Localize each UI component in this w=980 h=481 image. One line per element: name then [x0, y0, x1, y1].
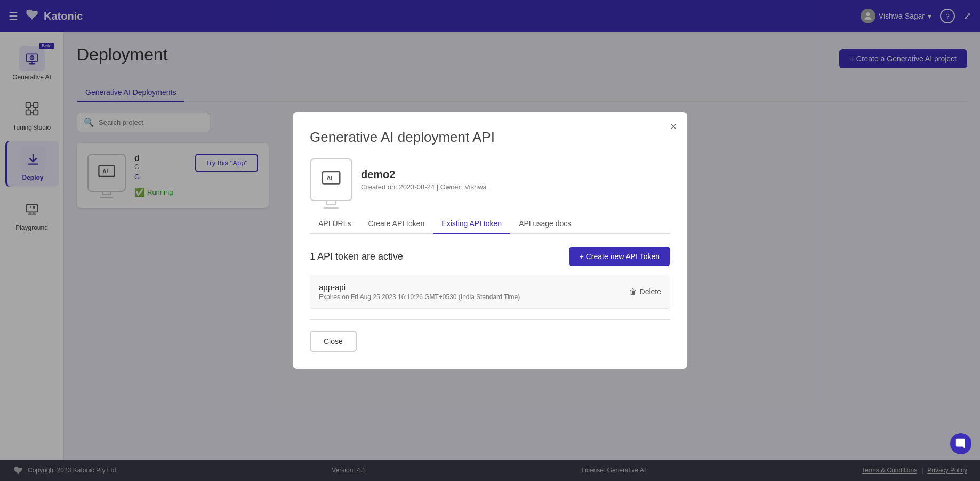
model-icon-box: AI [310, 158, 352, 201]
modal-tab-api-usage-docs[interactable]: API usage docs [510, 214, 580, 234]
modal-tab-api-urls[interactable]: API URLs [310, 214, 359, 234]
token-info: app-api Expires on Fri Aug 25 2023 16:10… [319, 283, 520, 301]
model-text-info: demo2 Created on: 2023-08-24 | Owner: Vi… [361, 169, 487, 191]
token-expires: Expires on Fri Aug 25 2023 16:10:26 GMT+… [319, 293, 520, 301]
modal-divider [310, 319, 670, 320]
chat-bubble-button[interactable] [950, 433, 971, 454]
svg-text:AI: AI [326, 175, 332, 181]
modal-title: Generative AI deployment API [310, 129, 670, 146]
token-name: app-api [319, 283, 520, 292]
token-row: app-api Expires on Fri Aug 25 2023 16:10… [310, 275, 670, 309]
delete-label: Delete [640, 287, 661, 296]
modal-overlay[interactable]: × Generative AI deployment API AI demo2 … [0, 0, 980, 481]
modal-tab-existing-api-token[interactable]: Existing API token [433, 214, 510, 234]
api-token-header: 1 API token are active + Create new API … [310, 247, 670, 266]
modal-tab-create-api-token[interactable]: Create API token [359, 214, 433, 234]
modal-close-button[interactable]: × [670, 121, 677, 133]
modal-close-action-button[interactable]: Close [310, 331, 357, 352]
create-new-api-token-button[interactable]: + Create new API Token [569, 247, 670, 266]
model-info: AI demo2 Created on: 2023-08-24 | Owner:… [310, 158, 670, 201]
trash-icon: 🗑 [629, 287, 637, 296]
api-token-count: 1 API token are active [310, 251, 403, 262]
delete-token-button[interactable]: 🗑 Delete [629, 287, 661, 296]
model-name: demo2 [361, 169, 487, 181]
modal: × Generative AI deployment API AI demo2 … [293, 112, 687, 369]
modal-tabs: API URLs Create API token Existing API t… [310, 214, 670, 234]
model-meta: Created on: 2023-08-24 | Owner: Vishwa [361, 183, 487, 191]
